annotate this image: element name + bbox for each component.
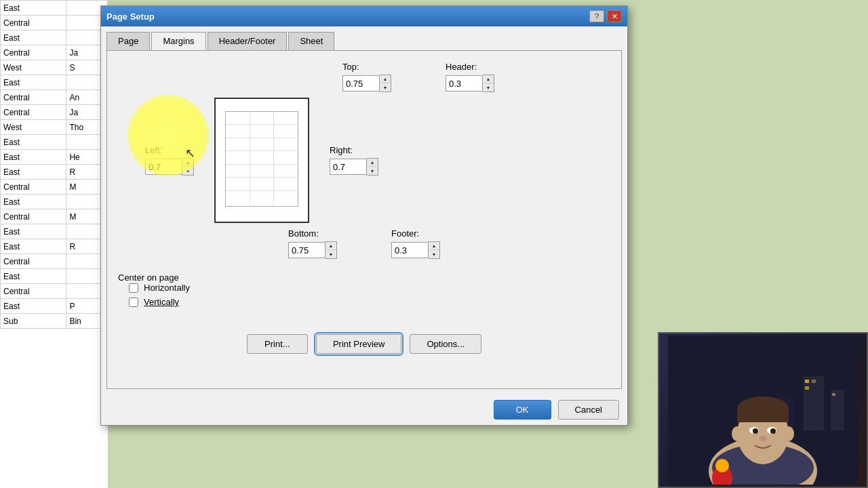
- footer-margin-label: Footer:: [391, 228, 419, 239]
- svg-rect-13: [737, 409, 789, 422]
- svg-point-20: [783, 426, 794, 441]
- top-margin-up[interactable]: ▲: [380, 75, 391, 83]
- action-buttons: Print... Print Preview Options...: [118, 334, 610, 354]
- spreadsheet-cell: East: [1, 75, 66, 90]
- webcam-inner: [659, 333, 867, 487]
- page-grid: [226, 112, 298, 206]
- close-button[interactable]: ✕: [607, 10, 622, 22]
- tab-bar: Page Margins Header/Footer Sheet: [106, 32, 622, 50]
- spreadsheet-background: EastCentralEastCentralJaWestSEastCentral…: [0, 0, 108, 488]
- grid-cell: [226, 191, 250, 204]
- svg-point-17: [770, 428, 776, 434]
- svg-point-19: [732, 426, 743, 441]
- svg-rect-7: [832, 393, 835, 396]
- grid-row: [226, 112, 298, 125]
- horizontally-row: Horizontally: [129, 283, 610, 293]
- spreadsheet-cell: West: [1, 120, 66, 135]
- tab-page[interactable]: Page: [106, 32, 150, 50]
- vertically-label: Vertically: [144, 297, 179, 307]
- svg-point-22: [715, 459, 729, 472]
- spreadsheet-cell: Central: [1, 254, 66, 269]
- footer-margin-input[interactable]: [391, 242, 429, 258]
- spreadsheet-cell: East: [1, 1, 66, 16]
- spreadsheet-cell: Central: [1, 209, 66, 224]
- spreadsheet-cell: East: [1, 165, 66, 180]
- grid-row: [226, 165, 298, 178]
- page-preview-inner: [225, 111, 298, 207]
- footer-margin-input-group: ▲ ▼: [391, 241, 440, 259]
- spreadsheet-cell: Central: [1, 16, 66, 30]
- bottom-margin-down[interactable]: ▼: [326, 250, 336, 258]
- right-margin-up[interactable]: ▲: [367, 159, 378, 167]
- spreadsheet-cell: East: [1, 269, 66, 284]
- spreadsheet-cell: East: [1, 150, 66, 165]
- help-button[interactable]: ?: [589, 10, 604, 22]
- grid-cell: [250, 125, 275, 137]
- tab-margins[interactable]: Margins: [151, 32, 205, 50]
- footer-margin-group: Footer: ▲ ▼: [391, 228, 440, 259]
- grid-row: [226, 138, 298, 151]
- grid-cell: [274, 138, 298, 150]
- top-margin-input[interactable]: [342, 75, 380, 92]
- footer-margin-spinner: ▲ ▼: [429, 241, 440, 259]
- grid-cell: [226, 112, 250, 124]
- spreadsheet-cell: Central: [1, 105, 66, 120]
- right-margin-down[interactable]: ▼: [367, 167, 378, 175]
- footer-margin-up[interactable]: ▲: [429, 242, 439, 250]
- left-margin-label: Left:: [145, 145, 162, 155]
- header-margin-input[interactable]: [446, 75, 483, 92]
- tab-sheet[interactable]: Sheet: [288, 32, 334, 50]
- left-margin-spinner: ▲ ▼: [182, 158, 194, 176]
- grid-row: [226, 125, 298, 138]
- grid-cell: [226, 138, 250, 150]
- spreadsheet-cell: Sub: [1, 314, 66, 329]
- right-margin-input[interactable]: [330, 159, 367, 175]
- header-margin-down[interactable]: ▼: [483, 83, 494, 92]
- right-margin-spinner: ▲ ▼: [367, 158, 378, 176]
- left-margin-down[interactable]: ▼: [182, 167, 193, 175]
- grid-cell: [250, 151, 275, 163]
- header-margin-up[interactable]: ▲: [483, 75, 494, 83]
- ok-button[interactable]: OK: [494, 400, 551, 420]
- grid-row: [226, 151, 298, 164]
- dialog-body: Page Margins Header/Footer Sheet ↖ Top: …: [101, 26, 627, 394]
- spreadsheet-cell: Central: [1, 284, 66, 299]
- grid-cell: [274, 165, 298, 177]
- bottom-margin-input[interactable]: [288, 242, 326, 258]
- dialog-title: Page Setup: [106, 12, 155, 22]
- footer-margin-down[interactable]: ▼: [429, 250, 439, 258]
- print-button[interactable]: Print...: [247, 334, 308, 354]
- spreadsheet-cell: Central: [1, 90, 66, 105]
- options-button[interactable]: Options...: [410, 334, 481, 354]
- horizontally-checkbox[interactable]: [129, 283, 138, 293]
- tab-header-footer[interactable]: Header/Footer: [208, 32, 288, 50]
- grid-cell: [250, 112, 275, 124]
- top-margin-down[interactable]: ▼: [380, 83, 391, 92]
- grid-row: [226, 178, 298, 190]
- grid-cell: [274, 125, 298, 137]
- left-margin-up[interactable]: ▲: [182, 159, 193, 167]
- bottom-margin-label: Bottom:: [288, 228, 319, 239]
- right-margin-input-group: ▲ ▼: [330, 158, 378, 176]
- page-preview: [214, 98, 309, 223]
- cancel-button[interactable]: Cancel: [558, 400, 619, 420]
- svg-point-18: [760, 436, 766, 441]
- top-margin-group: Top: ▲ ▼: [342, 62, 391, 92]
- vertically-checkbox[interactable]: [129, 298, 138, 307]
- bottom-margin-up[interactable]: ▲: [326, 242, 336, 250]
- grid-cell: [250, 178, 275, 190]
- left-margin-input-group: ▲ ▼: [145, 158, 194, 176]
- spreadsheet-cell: West: [1, 60, 66, 75]
- svg-rect-4: [805, 380, 809, 383]
- spreadsheet-cell: Central: [1, 180, 66, 195]
- grid-cell: [274, 112, 298, 124]
- grid-cell: [226, 165, 250, 177]
- left-margin-input[interactable]: [145, 159, 182, 175]
- titlebar-controls: ? ✕: [589, 10, 622, 22]
- spreadsheet-cell: Central: [1, 45, 66, 60]
- spreadsheet-table: EastCentralEastCentralJaWestSEastCentral…: [0, 0, 108, 329]
- svg-rect-6: [805, 386, 809, 390]
- print-preview-button[interactable]: Print Preview: [316, 334, 402, 354]
- header-margin-input-group: ▲ ▼: [446, 75, 494, 92]
- spreadsheet-cell: East: [1, 224, 66, 239]
